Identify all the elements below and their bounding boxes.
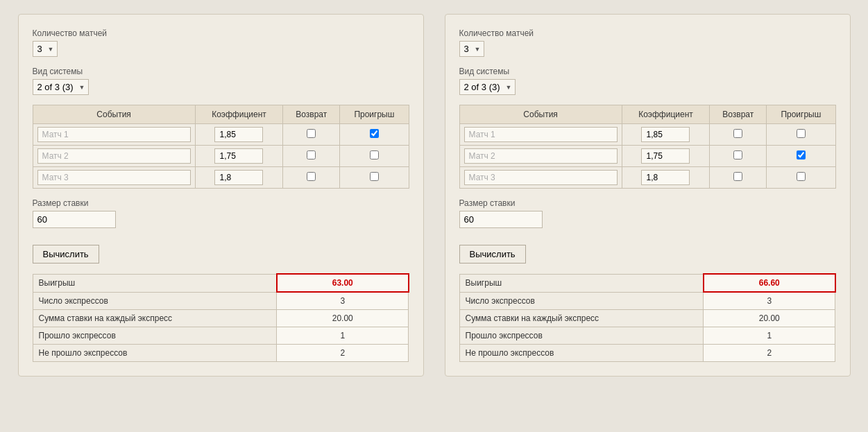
result-label: Прошло экспрессов (33, 327, 277, 345)
event-name-input[interactable] (464, 127, 618, 142)
result-row: Прошло экспрессов 1 (459, 327, 835, 345)
event-row (33, 167, 409, 189)
event-name-input[interactable] (464, 148, 618, 164)
result-value: 63.00 (277, 274, 409, 292)
result-value: 20.00 (277, 310, 409, 327)
coeff-input[interactable] (214, 170, 263, 185)
event-name-input[interactable] (464, 170, 618, 185)
return-checkbox[interactable] (733, 172, 742, 181)
return-checkbox[interactable] (307, 172, 316, 181)
loss-checkbox[interactable] (370, 150, 379, 159)
loss-checkbox[interactable] (797, 129, 806, 138)
result-value: 3 (704, 292, 835, 310)
result-label: Число экспрессов (33, 292, 277, 310)
result-row: Прошло экспрессов 1 (33, 327, 409, 345)
result-value: 1 (704, 327, 835, 345)
system-type-group: Вид системы 2 of 3 (3)3 of 3 (1) (459, 67, 836, 95)
results-table: Выигрыш 63.00 Число экспрессов 3 Сумма с… (33, 273, 409, 362)
return-checkbox[interactable] (307, 129, 316, 138)
event-name-input[interactable] (37, 127, 191, 142)
result-row: Не прошло экспрессов 2 (459, 345, 835, 362)
col-header: Проигрыш (767, 105, 835, 124)
match-count-select[interactable]: 2345 (33, 41, 58, 57)
event-name-input[interactable] (37, 148, 191, 164)
panel-right: Количество матчей 2345 Вид системы 2 of … (445, 14, 851, 377)
result-value: 3 (277, 292, 409, 310)
results-table: Выигрыш 66.60 Число экспрессов 3 Сумма с… (459, 273, 836, 362)
loss-checkbox[interactable] (370, 172, 379, 181)
event-row (33, 124, 409, 146)
result-row: Выигрыш 66.60 (459, 274, 835, 292)
result-row: Сумма ставки на каждый экспресс 20.00 (33, 310, 409, 327)
system-type-select-wrapper[interactable]: 2 of 3 (3)3 of 3 (1) (33, 79, 89, 95)
coeff-input[interactable] (641, 170, 690, 185)
result-value: 1 (277, 327, 409, 345)
loss-checkbox[interactable] (797, 150, 806, 159)
result-value: 2 (277, 345, 409, 362)
system-type-select-wrapper[interactable]: 2 of 3 (3)3 of 3 (1) (459, 79, 516, 95)
col-header: События (33, 105, 195, 124)
system-type-select[interactable]: 2 of 3 (3)3 of 3 (1) (33, 79, 89, 95)
match-count-group: Количество матчей 2345 (459, 28, 836, 57)
return-checkbox[interactable] (733, 150, 742, 159)
return-checkbox[interactable] (733, 129, 742, 138)
stake-group: Размер ставки (459, 198, 836, 228)
result-label: Выигрыш (33, 274, 277, 292)
system-type-label: Вид системы (33, 67, 409, 76)
stake-label: Размер ставки (459, 198, 836, 208)
match-count-select-wrapper[interactable]: 2345 (459, 41, 484, 57)
result-row: Выигрыш 63.00 (33, 274, 409, 292)
result-label: Выигрыш (459, 274, 704, 292)
calc-button[interactable]: Вычислить (459, 245, 526, 263)
result-row: Не прошло экспрессов 2 (33, 345, 409, 362)
stake-input[interactable] (33, 211, 116, 228)
loss-checkbox[interactable] (797, 172, 806, 181)
result-label: Сумма ставки на каждый экспресс (33, 310, 277, 327)
system-type-label: Вид системы (459, 67, 836, 76)
col-header: Коэффициент (622, 105, 710, 124)
coeff-input[interactable] (641, 148, 690, 164)
stake-label: Размер ставки (33, 198, 409, 208)
result-label: Сумма ставки на каждый экспресс (459, 310, 704, 327)
system-type-group: Вид системы 2 of 3 (3)3 of 3 (1) (33, 67, 409, 95)
result-value: 2 (704, 345, 835, 362)
main-container: Количество матчей 2345 Вид системы 2 of … (18, 14, 851, 377)
coeff-input[interactable] (214, 148, 263, 164)
result-value: 20.00 (704, 310, 835, 327)
col-header: Возврат (283, 105, 340, 124)
match-count-label: Количество матчей (459, 28, 836, 38)
calc-button[interactable]: Вычислить (33, 245, 99, 263)
result-value: 66.60 (704, 274, 835, 292)
result-row: Сумма ставки на каждый экспресс 20.00 (459, 310, 835, 327)
loss-checkbox[interactable] (370, 129, 379, 138)
col-header: Коэффициент (195, 105, 283, 124)
event-name-input[interactable] (37, 170, 191, 185)
system-type-select[interactable]: 2 of 3 (3)3 of 3 (1) (459, 79, 516, 95)
result-label: Число экспрессов (459, 292, 704, 310)
event-row (33, 146, 409, 167)
coeff-input[interactable] (214, 127, 263, 142)
match-count-select-wrapper[interactable]: 2345 (33, 41, 58, 57)
match-count-select[interactable]: 2345 (459, 41, 484, 57)
match-count-label: Количество матчей (33, 28, 409, 38)
events-table: СобытияКоэффициентВозвратПроигрыш (459, 105, 836, 189)
events-table: СобытияКоэффициентВозвратПроигрыш (33, 105, 409, 189)
match-count-group: Количество матчей 2345 (33, 28, 409, 57)
result-label: Не прошло экспрессов (459, 345, 704, 362)
col-header: События (459, 105, 622, 124)
panel-left: Количество матчей 2345 Вид системы 2 of … (18, 14, 424, 377)
stake-group: Размер ставки (33, 198, 409, 228)
event-row (459, 124, 835, 146)
result-label: Не прошло экспрессов (33, 345, 277, 362)
event-row (459, 167, 835, 189)
col-header: Возврат (710, 105, 767, 124)
return-checkbox[interactable] (307, 150, 316, 159)
result-label: Прошло экспрессов (459, 327, 704, 345)
event-row (459, 146, 835, 167)
result-row: Число экспрессов 3 (33, 292, 409, 310)
coeff-input[interactable] (641, 127, 690, 142)
stake-input[interactable] (459, 211, 543, 228)
col-header: Проигрыш (340, 105, 409, 124)
result-row: Число экспрессов 3 (459, 292, 835, 310)
